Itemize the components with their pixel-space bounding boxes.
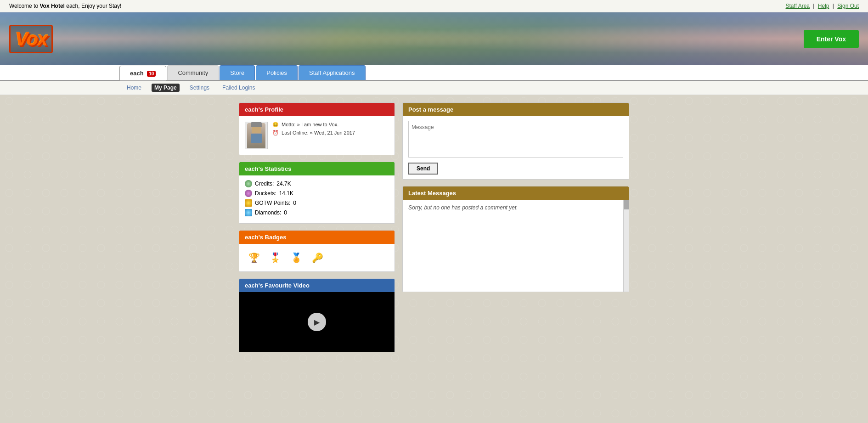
hotel-name: Vox Hotel	[39, 3, 64, 9]
tab-community-label: Community	[178, 69, 208, 76]
profile-last-online: ⏰ Last Online: » Wed, 21 Jun 2017	[272, 130, 389, 136]
sub-nav: Home My Page Settings Failed Logins	[0, 81, 868, 95]
statistics-section: each's Statistics Credits: 24.7K Duckets…	[239, 162, 395, 224]
motto-value: I am new to Vox.	[301, 122, 338, 127]
post-message-section: Post a message Send	[402, 102, 629, 180]
duckets-icon	[245, 190, 252, 197]
avatar-image	[247, 123, 265, 148]
welcome-suffix: each, Enjoy your Stay!	[66, 3, 121, 9]
video-header: each's Favourite Video	[239, 279, 395, 292]
main-content: each's Profile 😊 Motto: » I am new to Vo…	[234, 102, 634, 352]
badges-section: each's Badges 🏆 🎖️ 🏅 🔑	[239, 230, 395, 272]
tab-each-badge: 10	[147, 71, 156, 77]
last-online-label: Last Online: »	[282, 130, 313, 135]
header-banner: Vox Enter Vox	[0, 12, 868, 65]
tab-store[interactable]: Store	[220, 65, 255, 80]
right-column: Post a message Send Latest Messages Sorr…	[402, 102, 629, 352]
statistics-body: Credits: 24.7K Duckets: 14.1K GOTW Point…	[239, 175, 395, 223]
badge-item-3: 🏅	[287, 248, 305, 267]
tab-policies[interactable]: Policies	[256, 65, 298, 80]
post-message-header: Post a message	[403, 103, 629, 116]
message-input[interactable]	[408, 121, 623, 158]
sub-nav-home[interactable]: Home	[124, 84, 144, 92]
tab-each-label: each	[130, 70, 144, 77]
play-button[interactable]: ▶	[308, 313, 326, 331]
tab-community[interactable]: Community	[167, 65, 219, 80]
avatar-head	[252, 124, 261, 133]
video-player[interactable]: ▶	[239, 292, 395, 352]
header-links: Staff Area | Help | Sign Out	[786, 3, 859, 9]
badge-item-2: 🎖️	[266, 248, 284, 267]
tab-policies-label: Policies	[266, 69, 287, 76]
clock-icon: ⏰	[272, 130, 279, 136]
tab-staff-applications[interactable]: Staff Applications	[299, 65, 366, 80]
profile-body: 😊 Motto: » I am new to Vox. ⏰ Last Onlin…	[239, 116, 395, 155]
tab-staff-applications-label: Staff Applications	[309, 69, 355, 76]
motto-icon: 😊	[272, 122, 279, 128]
video-section: each's Favourite Video ▶	[239, 278, 395, 352]
gotw-icon	[245, 199, 252, 207]
badge-item-1: 🏆	[245, 248, 263, 267]
diamonds-label: Diamonds:	[255, 209, 281, 216]
duckets-value: 14.1K	[279, 190, 293, 197]
profile-motto: 😊 Motto: » I am new to Vox.	[272, 122, 389, 128]
nav-tabs: each 10 Community Store Policies Staff A…	[0, 65, 868, 81]
sub-nav-settings[interactable]: Settings	[187, 84, 212, 92]
scrollbar[interactable]	[623, 200, 629, 292]
last-online-value: Wed, 21 Jun 2017	[314, 130, 355, 135]
latest-messages-section: Latest Messages Sorry, but no one has po…	[402, 186, 629, 292]
banner-art	[0, 12, 868, 65]
sign-out-link[interactable]: Sign Out	[837, 3, 859, 9]
no-messages-text: Sorry, but no one has posted a comment y…	[408, 204, 518, 211]
diamonds-value: 0	[284, 209, 287, 216]
staff-area-link[interactable]: Staff Area	[786, 3, 810, 9]
help-link[interactable]: Help	[818, 3, 829, 9]
profile-header: each's Profile	[239, 103, 395, 116]
welcome-bar: Welcome to Vox Hotel each, Enjoy your St…	[0, 0, 868, 12]
gotw-value: 0	[293, 200, 296, 206]
enter-vox-button[interactable]: Enter Vox	[804, 30, 859, 48]
profile-info: 😊 Motto: » I am new to Vox. ⏰ Last Onlin…	[272, 122, 389, 138]
tab-each[interactable]: each 10	[119, 66, 166, 80]
diamonds-icon	[245, 209, 252, 216]
avatar	[245, 122, 268, 149]
profile-section: each's Profile 😊 Motto: » I am new to Vo…	[239, 102, 395, 155]
sub-nav-my-page[interactable]: My Page	[152, 84, 180, 92]
diamonds-row: Diamonds: 0	[245, 209, 389, 216]
tab-store-label: Store	[230, 69, 244, 76]
badges-header: each's Badges	[239, 231, 395, 244]
logo: Vox	[9, 25, 53, 53]
statistics-header: each's Statistics	[239, 162, 395, 175]
gotw-row: GOTW Points: 0	[245, 199, 389, 207]
left-column: each's Profile 😊 Motto: » I am new to Vo…	[239, 102, 395, 352]
send-button[interactable]: Send	[408, 163, 438, 175]
duckets-row: Duckets: 14.1K	[245, 190, 389, 197]
credits-value: 24.7K	[276, 180, 291, 187]
gotw-label: GOTW Points:	[255, 200, 290, 206]
latest-messages-header: Latest Messages	[403, 186, 629, 200]
sub-nav-failed-logins[interactable]: Failed Logins	[220, 84, 258, 92]
welcome-text: Welcome to Vox Hotel each, Enjoy your St…	[9, 3, 121, 9]
motto-label: Motto: »	[282, 122, 300, 127]
scrollbar-thumb[interactable]	[624, 200, 629, 209]
post-message-body: Send	[403, 116, 629, 179]
latest-messages-body: Sorry, but no one has posted a comment y…	[403, 200, 629, 292]
credits-label: Credits:	[255, 180, 274, 187]
credits-row: Credits: 24.7K	[245, 180, 389, 187]
badges-body: 🏆 🎖️ 🏅 🔑	[239, 244, 395, 271]
badge-item-4: 🔑	[308, 248, 327, 267]
credits-icon	[245, 180, 252, 187]
avatar-body-part	[251, 134, 262, 143]
duckets-label: Duckets:	[255, 190, 276, 197]
